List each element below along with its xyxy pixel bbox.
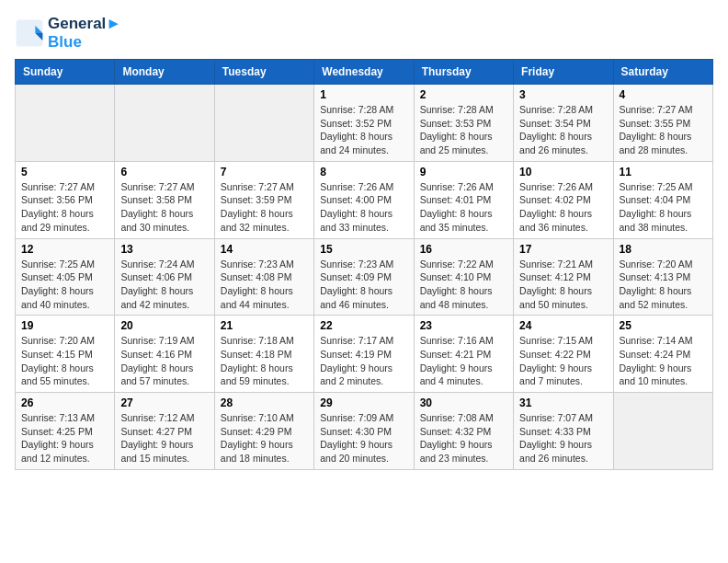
day-info: Sunrise: 7:28 AMSunset: 3:54 PMDaylight:… [519, 103, 607, 157]
day-number: 20 [120, 319, 208, 332]
day-number: 5 [21, 166, 108, 178]
page-header: General► Blue [15, 15, 713, 52]
day-info: Sunrise: 7:23 AMSunset: 4:08 PMDaylight:… [221, 258, 308, 312]
calendar-cell: 15Sunrise: 7:23 AMSunset: 4:09 PMDayligh… [314, 238, 414, 316]
day-number: 14 [221, 243, 308, 256]
calendar-table: SundayMondayTuesdayWednesdayThursdayFrid… [15, 59, 713, 470]
day-header-monday: Monday [115, 60, 214, 85]
calendar-cell: 12Sunrise: 7:25 AMSunset: 4:05 PMDayligh… [16, 238, 115, 316]
calendar-cell: 9Sunrise: 7:26 AMSunset: 4:01 PMDaylight… [414, 161, 513, 238]
calendar-cell: 29Sunrise: 7:09 AMSunset: 4:30 PMDayligh… [314, 393, 414, 470]
week-row-2: 5Sunrise: 7:27 AMSunset: 3:56 PMDaylight… [16, 161, 713, 238]
day-info: Sunrise: 7:24 AMSunset: 4:06 PMDaylight:… [120, 258, 208, 312]
calendar-cell: 25Sunrise: 7:14 AMSunset: 4:24 PMDayligh… [613, 316, 712, 393]
day-info: Sunrise: 7:27 AMSunset: 3:59 PMDaylight:… [221, 180, 308, 235]
calendar-cell: 1Sunrise: 7:28 AMSunset: 3:52 PMDaylight… [314, 85, 414, 162]
day-info: Sunrise: 7:20 AMSunset: 4:15 PMDaylight:… [21, 334, 108, 388]
day-number: 16 [420, 243, 507, 256]
calendar-cell: 13Sunrise: 7:24 AMSunset: 4:06 PMDayligh… [115, 238, 214, 316]
logo-text: General► Blue [48, 15, 121, 52]
calendar-cell: 22Sunrise: 7:17 AMSunset: 4:19 PMDayligh… [314, 316, 414, 393]
calendar-cell: 11Sunrise: 7:25 AMSunset: 4:04 PMDayligh… [613, 161, 712, 238]
day-number: 31 [519, 396, 607, 409]
calendar-cell: 17Sunrise: 7:21 AMSunset: 4:12 PMDayligh… [514, 238, 613, 316]
calendar-cell: 24Sunrise: 7:15 AMSunset: 4:22 PMDayligh… [514, 316, 613, 393]
day-info: Sunrise: 7:12 AMSunset: 4:27 PMDaylight:… [120, 411, 208, 465]
day-number: 6 [120, 166, 208, 178]
day-number: 3 [519, 88, 607, 101]
day-header-tuesday: Tuesday [214, 60, 313, 85]
calendar-cell: 30Sunrise: 7:08 AMSunset: 4:32 PMDayligh… [414, 393, 513, 470]
day-number: 1 [320, 88, 407, 101]
day-info: Sunrise: 7:27 AMSunset: 3:58 PMDaylight:… [120, 180, 208, 235]
day-info: Sunrise: 7:07 AMSunset: 4:33 PMDaylight:… [519, 411, 607, 465]
calendar-cell: 3Sunrise: 7:28 AMSunset: 3:54 PMDaylight… [514, 85, 613, 162]
day-number: 13 [120, 243, 208, 256]
logo: General► Blue [15, 15, 121, 52]
day-number: 29 [320, 396, 407, 409]
day-number: 26 [21, 396, 108, 409]
day-info: Sunrise: 7:26 AMSunset: 4:00 PMDaylight:… [320, 180, 407, 235]
day-info: Sunrise: 7:25 AMSunset: 4:05 PMDaylight:… [21, 258, 108, 312]
calendar-cell: 26Sunrise: 7:13 AMSunset: 4:25 PMDayligh… [16, 393, 115, 470]
day-header-wednesday: Wednesday [314, 60, 414, 85]
day-number: 12 [21, 243, 108, 256]
calendar-cell: 10Sunrise: 7:26 AMSunset: 4:02 PMDayligh… [514, 161, 613, 238]
day-number: 23 [420, 319, 507, 332]
day-info: Sunrise: 7:15 AMSunset: 4:22 PMDaylight:… [519, 334, 607, 388]
calendar-cell: 8Sunrise: 7:26 AMSunset: 4:00 PMDaylight… [314, 161, 414, 238]
day-number: 7 [221, 166, 308, 178]
day-info: Sunrise: 7:10 AMSunset: 4:29 PMDaylight:… [221, 411, 308, 465]
calendar-cell [214, 85, 313, 162]
day-number: 4 [620, 88, 707, 101]
week-row-4: 19Sunrise: 7:20 AMSunset: 4:15 PMDayligh… [16, 316, 713, 393]
calendar-cell: 7Sunrise: 7:27 AMSunset: 3:59 PMDaylight… [214, 161, 313, 238]
day-info: Sunrise: 7:23 AMSunset: 4:09 PMDaylight:… [320, 258, 407, 312]
day-number: 18 [620, 243, 707, 256]
calendar-cell: 21Sunrise: 7:18 AMSunset: 4:18 PMDayligh… [214, 316, 313, 393]
day-info: Sunrise: 7:20 AMSunset: 4:13 PMDaylight:… [620, 258, 707, 312]
day-header-saturday: Saturday [613, 60, 712, 85]
day-info: Sunrise: 7:26 AMSunset: 4:01 PMDaylight:… [420, 180, 507, 235]
days-header-row: SundayMondayTuesdayWednesdayThursdayFrid… [16, 60, 713, 85]
day-info: Sunrise: 7:21 AMSunset: 4:12 PMDaylight:… [519, 258, 607, 312]
day-info: Sunrise: 7:08 AMSunset: 4:32 PMDaylight:… [420, 411, 507, 465]
day-info: Sunrise: 7:13 AMSunset: 4:25 PMDaylight:… [21, 411, 108, 465]
calendar-cell [115, 85, 214, 162]
week-row-3: 12Sunrise: 7:25 AMSunset: 4:05 PMDayligh… [16, 238, 713, 316]
day-info: Sunrise: 7:28 AMSunset: 3:53 PMDaylight:… [420, 103, 507, 157]
day-number: 30 [420, 396, 507, 409]
day-info: Sunrise: 7:25 AMSunset: 4:04 PMDaylight:… [620, 180, 707, 235]
week-row-5: 26Sunrise: 7:13 AMSunset: 4:25 PMDayligh… [16, 393, 713, 470]
day-info: Sunrise: 7:17 AMSunset: 4:19 PMDaylight:… [320, 334, 407, 388]
day-info: Sunrise: 7:26 AMSunset: 4:02 PMDaylight:… [519, 180, 607, 235]
day-number: 22 [320, 319, 407, 332]
day-number: 8 [320, 166, 407, 178]
day-number: 24 [519, 319, 607, 332]
calendar-cell [16, 85, 115, 162]
day-info: Sunrise: 7:28 AMSunset: 3:52 PMDaylight:… [320, 103, 407, 157]
calendar-cell [613, 393, 712, 470]
calendar-cell: 5Sunrise: 7:27 AMSunset: 3:56 PMDaylight… [16, 161, 115, 238]
day-number: 28 [221, 396, 308, 409]
calendar-cell: 14Sunrise: 7:23 AMSunset: 4:08 PMDayligh… [214, 238, 313, 316]
calendar-cell: 19Sunrise: 7:20 AMSunset: 4:15 PMDayligh… [16, 316, 115, 393]
day-number: 19 [21, 319, 108, 332]
calendar-cell: 20Sunrise: 7:19 AMSunset: 4:16 PMDayligh… [115, 316, 214, 393]
calendar-cell: 4Sunrise: 7:27 AMSunset: 3:55 PMDaylight… [613, 85, 712, 162]
day-number: 15 [320, 243, 407, 256]
day-number: 9 [420, 166, 507, 178]
day-info: Sunrise: 7:18 AMSunset: 4:18 PMDaylight:… [221, 334, 308, 388]
calendar-cell: 2Sunrise: 7:28 AMSunset: 3:53 PMDaylight… [414, 85, 513, 162]
day-number: 27 [120, 396, 208, 409]
calendar-cell: 16Sunrise: 7:22 AMSunset: 4:10 PMDayligh… [414, 238, 513, 316]
calendar-cell: 23Sunrise: 7:16 AMSunset: 4:21 PMDayligh… [414, 316, 513, 393]
day-info: Sunrise: 7:16 AMSunset: 4:21 PMDaylight:… [420, 334, 507, 388]
week-row-1: 1Sunrise: 7:28 AMSunset: 3:52 PMDaylight… [16, 85, 713, 162]
day-info: Sunrise: 7:27 AMSunset: 3:56 PMDaylight:… [21, 180, 108, 235]
day-number: 10 [519, 166, 607, 178]
day-number: 21 [221, 319, 308, 332]
calendar-cell: 28Sunrise: 7:10 AMSunset: 4:29 PMDayligh… [214, 393, 313, 470]
calendar-cell: 18Sunrise: 7:20 AMSunset: 4:13 PMDayligh… [613, 238, 712, 316]
day-number: 2 [420, 88, 507, 101]
